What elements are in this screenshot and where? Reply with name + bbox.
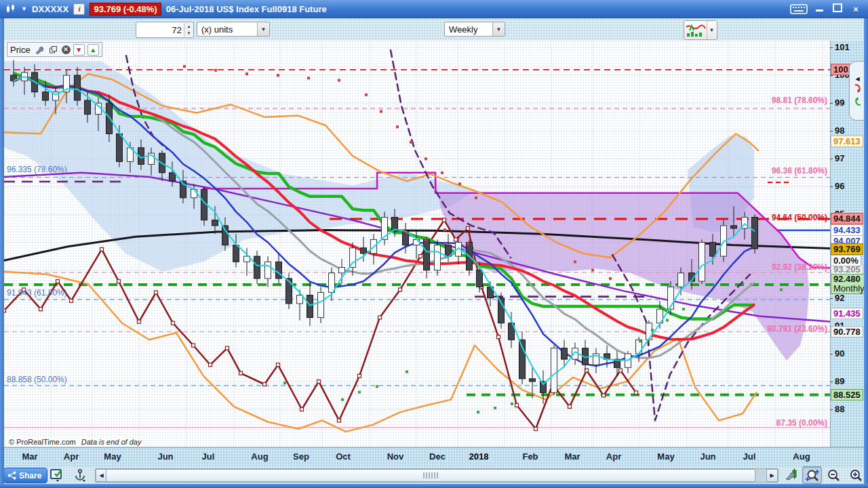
- share-button[interactable]: Share: [3, 468, 47, 483]
- axis-tickmark: [830, 409, 833, 410]
- wrench-icon[interactable]: [33, 44, 45, 56]
- candle[interactable]: [710, 243, 716, 257]
- red-signal-dot: [443, 228, 446, 231]
- candle[interactable]: [75, 75, 81, 100]
- axis-tickmark: [830, 131, 833, 131]
- green-signal-dot: [651, 329, 654, 331]
- candle[interactable]: [170, 173, 176, 181]
- red-signal-dot: [396, 125, 399, 128]
- candle[interactable]: [43, 92, 49, 100]
- fib-level-label-left: 96.335 (78.60%): [7, 165, 67, 174]
- axis-tickmark: [830, 47, 833, 48]
- red-signal-dot: [307, 77, 310, 79]
- axis-badge: 88.525: [831, 389, 863, 401]
- candle[interactable]: [350, 248, 356, 268]
- axis-tick-label: 98: [835, 125, 844, 136]
- green-signal-dot: [406, 371, 408, 373]
- scroll-right-arrow[interactable]: ▶: [766, 469, 778, 482]
- sidebar-collapse-tab[interactable]: ◀: [849, 61, 865, 121]
- axis-tick-label: 99: [835, 98, 844, 108]
- axis-tickmark: [830, 103, 833, 104]
- red-signal-dot: [441, 171, 443, 174]
- red-signal-dot: [365, 94, 368, 96]
- candle[interactable]: [265, 262, 271, 279]
- candle[interactable]: [297, 296, 303, 304]
- candle[interactable]: [424, 239, 430, 270]
- candle[interactable]: [191, 189, 197, 197]
- candle[interactable]: [561, 348, 568, 359]
- red-signal-dot: [609, 277, 612, 280]
- candle[interactable]: [233, 245, 239, 262]
- zoom-in-tool[interactable]: [846, 466, 865, 484]
- move-down-icon[interactable]: ▼: [73, 44, 85, 56]
- red-signal-dot: [475, 197, 477, 199]
- month-label: Dec: [429, 451, 446, 462]
- red-signal-dot: [425, 238, 427, 241]
- candle[interactable]: [339, 268, 345, 273]
- month-label: 2018: [469, 451, 489, 462]
- data-note: Data is end of day: [81, 438, 142, 446]
- candle[interactable]: [212, 220, 218, 226]
- time-axis[interactable]: MarAprMayJunJulAugSepOctNovDec2018FebMar…: [0, 447, 868, 467]
- candle[interactable]: [117, 134, 123, 161]
- chart-settings-tool[interactable]: [781, 466, 801, 484]
- month-label: Jun: [700, 451, 715, 462]
- candle[interactable]: [477, 270, 483, 287]
- axis-tickmark: [830, 298, 833, 299]
- price-chart: 101100999897969594939291908988100.19997.…: [0, 41, 868, 447]
- axis-tickmark: [830, 186, 833, 187]
- candle[interactable]: [361, 248, 367, 253]
- axis-tick-label: 90: [835, 348, 844, 359]
- move-up-icon[interactable]: ▲: [87, 44, 99, 56]
- green-signal-dot: [376, 385, 378, 388]
- candle[interactable]: [731, 226, 737, 228]
- axis-badge: 97.613: [831, 136, 863, 147]
- axis-badge: 94.844: [831, 213, 863, 224]
- candle[interactable]: [318, 292, 324, 317]
- axis-tickmark: [830, 354, 833, 354]
- candle[interactable]: [678, 273, 684, 287]
- axis-tickmark: [830, 382, 833, 382]
- month-label: Feb: [522, 451, 538, 462]
- month-label: Aug: [793, 451, 810, 462]
- candle[interactable]: [530, 379, 536, 382]
- axis-tick-label: 88: [835, 404, 844, 414]
- green-signal-dot: [283, 382, 286, 384]
- close-pane-icon[interactable]: ✕: [62, 45, 71, 54]
- candle[interactable]: [85, 100, 91, 115]
- month-label: Mar: [564, 451, 580, 462]
- axis-badge: 93.769: [831, 243, 863, 255]
- screen-check-icon[interactable]: [49, 467, 66, 483]
- zoom-select-tool[interactable]: [802, 466, 822, 484]
- anchor-icon[interactable]: [72, 467, 90, 483]
- fib-level-label-right: 87.35 (0.00%): [776, 418, 827, 428]
- window-right-border: [864, 18, 868, 484]
- green-signal-dot: [682, 308, 685, 310]
- candle[interactable]: [222, 226, 229, 245]
- red-signal-dot: [380, 110, 382, 113]
- red-green-arrows-icon: [852, 83, 863, 106]
- fib-level-label-right: 96.36 (61.80%): [772, 166, 827, 176]
- candle[interactable]: [646, 323, 652, 340]
- candle[interactable]: [699, 243, 705, 282]
- candle[interactable]: [551, 348, 557, 393]
- candle[interactable]: [254, 256, 260, 279]
- candle[interactable]: [276, 262, 282, 279]
- zoom-out-tool[interactable]: [823, 466, 843, 484]
- month-label: May: [657, 451, 674, 462]
- fib-level-label-right: 94.64 (50.00%): [772, 213, 827, 222]
- duplicate-icon[interactable]: [47, 44, 59, 56]
- month-label: Mar: [22, 451, 37, 462]
- chart-canvas[interactable]: [0, 0, 868, 488]
- scrollbar-thumb[interactable]: [106, 469, 755, 482]
- candle[interactable]: [307, 296, 313, 318]
- pane-header: Price ✕ ▼ ▲: [7, 42, 102, 57]
- candle[interactable]: [106, 103, 113, 134]
- time-scrollbar[interactable]: ◀ ▶: [95, 468, 778, 483]
- axis-badge: 0.00%: [831, 255, 861, 266]
- red-signal-dot: [277, 74, 279, 77]
- pane-title: Price: [10, 45, 31, 55]
- candle[interactable]: [435, 245, 441, 270]
- candle[interactable]: [286, 279, 292, 304]
- candle[interactable]: [752, 218, 758, 249]
